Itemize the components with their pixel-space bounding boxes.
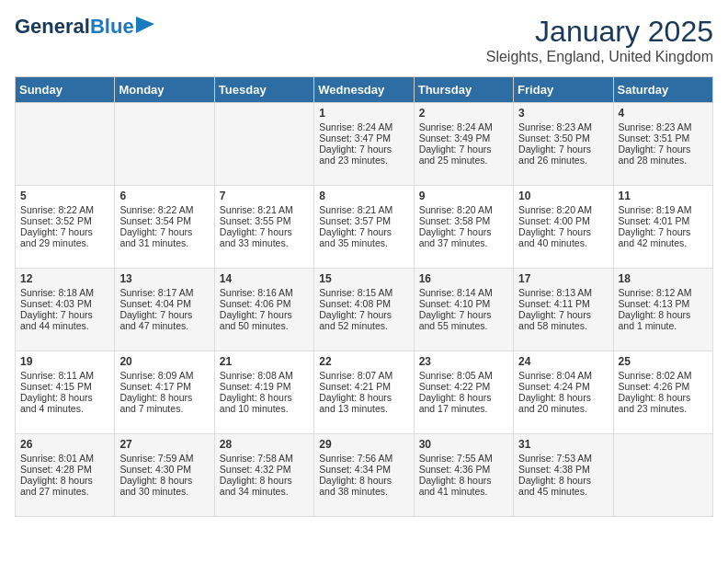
daylight-text: Daylight: 8 hours and 41 minutes.	[419, 475, 492, 497]
sunset-text: Sunset: 4:01 PM	[619, 215, 690, 226]
calendar-cell: 26Sunrise: 8:01 AMSunset: 4:28 PMDayligh…	[16, 434, 115, 517]
calendar-cell: 4Sunrise: 8:23 AMSunset: 3:51 PMDaylight…	[613, 103, 712, 186]
location: Sleights, England, United Kingdom	[486, 49, 713, 65]
sunrise-text: Sunrise: 8:18 AM	[20, 287, 94, 298]
sunset-text: Sunset: 3:57 PM	[319, 215, 391, 226]
day-number: 28	[220, 438, 309, 451]
sunset-text: Sunset: 4:04 PM	[119, 298, 191, 309]
day-number: 31	[518, 438, 608, 451]
daylight-text: Daylight: 7 hours and 29 minutes.	[20, 226, 93, 248]
day-number: 25	[619, 355, 708, 368]
day-number: 17	[518, 272, 608, 285]
sunset-text: Sunset: 3:49 PM	[419, 132, 491, 144]
sunrise-text: Sunrise: 8:13 AM	[518, 287, 592, 298]
daylight-text: Daylight: 7 hours and 37 minutes.	[419, 226, 492, 248]
sunset-text: Sunset: 4:34 PM	[319, 464, 391, 475]
daylight-text: Daylight: 8 hours and 20 minutes.	[518, 392, 591, 414]
sunset-text: Sunset: 4:28 PM	[20, 464, 92, 475]
calendar-cell: 13Sunrise: 8:17 AMSunset: 4:04 PMDayligh…	[115, 269, 214, 351]
calendar-cell: 20Sunrise: 8:09 AMSunset: 4:17 PMDayligh…	[115, 351, 214, 434]
sunset-text: Sunset: 4:21 PM	[319, 381, 391, 392]
calendar-cell: 15Sunrise: 8:15 AMSunset: 4:08 PMDayligh…	[314, 269, 414, 351]
sunset-text: Sunset: 4:17 PM	[119, 381, 191, 392]
day-number: 23	[419, 355, 508, 368]
sunrise-text: Sunrise: 8:20 AM	[419, 204, 493, 215]
calendar-cell: 3Sunrise: 8:23 AMSunset: 3:50 PMDaylight…	[514, 103, 613, 186]
daylight-text: Daylight: 8 hours and 27 minutes.	[20, 475, 93, 497]
sunset-text: Sunset: 4:13 PM	[619, 298, 690, 309]
calendar-cell: 1Sunrise: 8:24 AMSunset: 3:47 PMDaylight…	[314, 103, 414, 186]
sunrise-text: Sunrise: 8:15 AM	[319, 287, 392, 298]
sunset-text: Sunset: 3:52 PM	[20, 215, 92, 226]
calendar-cell: 5Sunrise: 8:22 AMSunset: 3:52 PMDaylight…	[16, 186, 115, 269]
calendar-cell: 18Sunrise: 8:12 AMSunset: 4:13 PMDayligh…	[613, 269, 712, 351]
sunrise-text: Sunrise: 8:22 AM	[119, 204, 193, 215]
calendar-cell: 11Sunrise: 8:19 AMSunset: 4:01 PMDayligh…	[613, 186, 712, 269]
calendar-cell: 8Sunrise: 8:21 AMSunset: 3:57 PMDaylight…	[314, 186, 414, 269]
daylight-text: Daylight: 7 hours and 50 minutes.	[220, 309, 292, 331]
sunrise-text: Sunrise: 8:21 AM	[220, 204, 293, 215]
daylight-text: Daylight: 8 hours and 4 minutes.	[20, 392, 93, 414]
calendar-cell: 6Sunrise: 8:22 AMSunset: 3:54 PMDaylight…	[115, 186, 214, 269]
sunrise-text: Sunrise: 7:53 AM	[518, 453, 592, 464]
sunrise-text: Sunrise: 8:04 AM	[518, 370, 592, 381]
sunset-text: Sunset: 4:06 PM	[220, 298, 291, 309]
calendar-week-row: 1Sunrise: 8:24 AMSunset: 3:47 PMDaylight…	[16, 103, 713, 186]
sunrise-text: Sunrise: 8:17 AM	[119, 287, 193, 298]
weekday-header-monday: Monday	[115, 77, 214, 103]
calendar-cell: 12Sunrise: 8:18 AMSunset: 4:03 PMDayligh…	[16, 269, 115, 351]
weekday-header-saturday: Saturday	[613, 77, 712, 103]
sunset-text: Sunset: 4:38 PM	[518, 464, 590, 475]
sunrise-text: Sunrise: 8:01 AM	[20, 453, 94, 464]
day-number: 24	[518, 355, 608, 368]
day-number: 5	[20, 190, 109, 202]
sunset-text: Sunset: 4:00 PM	[518, 215, 590, 226]
daylight-text: Daylight: 7 hours and 55 minutes.	[419, 309, 492, 331]
calendar-cell: 2Sunrise: 8:24 AMSunset: 3:49 PMDaylight…	[414, 103, 513, 186]
day-number: 30	[419, 438, 508, 451]
calendar-cell: 29Sunrise: 7:56 AMSunset: 4:34 PMDayligh…	[314, 434, 414, 517]
daylight-text: Daylight: 7 hours and 58 minutes.	[518, 309, 591, 331]
calendar-cell	[214, 103, 313, 186]
day-number: 20	[119, 355, 209, 368]
sunrise-text: Sunrise: 8:21 AM	[319, 204, 392, 215]
daylight-text: Daylight: 7 hours and 28 minutes.	[619, 144, 691, 166]
sunset-text: Sunset: 4:26 PM	[619, 381, 690, 392]
weekday-header-sunday: Sunday	[16, 77, 115, 103]
sunset-text: Sunset: 3:50 PM	[518, 132, 590, 144]
day-number: 13	[119, 272, 209, 285]
sunrise-text: Sunrise: 8:24 AM	[419, 121, 493, 132]
weekday-header-thursday: Thursday	[414, 77, 513, 103]
day-number: 1	[319, 107, 408, 120]
sunset-text: Sunset: 4:32 PM	[220, 464, 291, 475]
weekday-header-friday: Friday	[514, 77, 613, 103]
day-number: 3	[518, 107, 608, 120]
sunset-text: Sunset: 4:15 PM	[20, 381, 92, 392]
sunset-text: Sunset: 4:24 PM	[518, 381, 590, 392]
daylight-text: Daylight: 8 hours and 30 minutes.	[119, 475, 192, 497]
calendar-cell: 14Sunrise: 8:16 AMSunset: 4:06 PMDayligh…	[214, 269, 313, 351]
sunrise-text: Sunrise: 7:59 AM	[119, 453, 193, 464]
sunrise-text: Sunrise: 7:56 AM	[319, 453, 392, 464]
daylight-text: Daylight: 8 hours and 10 minutes.	[220, 392, 292, 414]
day-number: 8	[319, 190, 408, 202]
calendar-cell: 17Sunrise: 8:13 AMSunset: 4:11 PMDayligh…	[514, 269, 613, 351]
sunset-text: Sunset: 4:36 PM	[419, 464, 491, 475]
day-number: 9	[419, 190, 508, 202]
sunset-text: Sunset: 4:10 PM	[419, 298, 491, 309]
day-number: 26	[20, 438, 109, 451]
daylight-text: Daylight: 8 hours and 38 minutes.	[319, 475, 392, 497]
sunrise-text: Sunrise: 8:11 AM	[20, 370, 94, 381]
daylight-text: Daylight: 7 hours and 52 minutes.	[319, 309, 392, 331]
month-title: January 2025	[486, 15, 713, 49]
calendar-cell: 9Sunrise: 8:20 AMSunset: 3:58 PMDaylight…	[414, 186, 513, 269]
svg-marker-0	[136, 17, 154, 33]
daylight-text: Daylight: 8 hours and 13 minutes.	[319, 392, 392, 414]
logo: GeneralBlue	[15, 15, 134, 39]
calendar-cell	[115, 103, 214, 186]
calendar-week-row: 19Sunrise: 8:11 AMSunset: 4:15 PMDayligh…	[16, 351, 713, 434]
calendar-cell: 16Sunrise: 8:14 AMSunset: 4:10 PMDayligh…	[414, 269, 513, 351]
calendar-cell: 10Sunrise: 8:20 AMSunset: 4:00 PMDayligh…	[514, 186, 613, 269]
sunset-text: Sunset: 4:11 PM	[518, 298, 590, 309]
weekday-header-tuesday: Tuesday	[214, 77, 313, 103]
